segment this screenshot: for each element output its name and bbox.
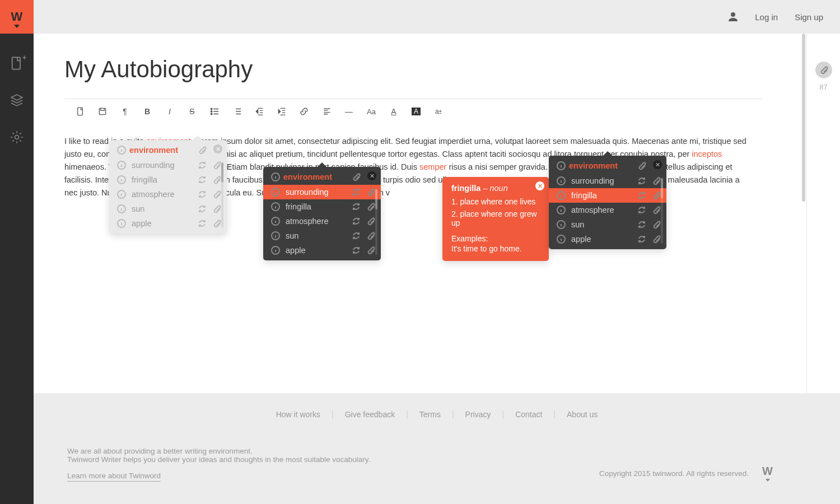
close-icon[interactable]: ✕: [213, 144, 222, 153]
footer-link-terms[interactable]: Terms: [419, 410, 441, 419]
synonym-option[interactable]: sun: [549, 217, 666, 232]
align-button[interactable]: [322, 107, 331, 116]
attach-icon[interactable]: [198, 146, 207, 155]
popover-scrollbar[interactable]: [221, 162, 223, 228]
highlight-button[interactable]: A: [412, 108, 421, 115]
link-button[interactable]: [300, 107, 309, 116]
footer-learn-link[interactable]: Learn more about Twinword: [67, 472, 161, 482]
attach-icon[interactable]: [637, 161, 646, 170]
sync-icon[interactable]: [637, 220, 646, 229]
new-file-button[interactable]: [76, 107, 85, 116]
attach-icon[interactable]: [652, 176, 661, 185]
hr-button[interactable]: —: [344, 107, 353, 116]
synonym-option[interactable]: fringilla: [263, 199, 381, 214]
synonym-option[interactable]: atmosphere: [109, 187, 227, 202]
sync-icon[interactable]: [352, 231, 361, 240]
sync-icon[interactable]: [198, 161, 207, 170]
sync-icon[interactable]: [198, 175, 207, 184]
save-button[interactable]: [98, 107, 107, 116]
new-document-button[interactable]: +: [10, 56, 24, 73]
footer-link-feedback[interactable]: Give feedback: [345, 410, 395, 419]
sync-icon[interactable]: [637, 191, 646, 200]
sync-icon[interactable]: [352, 246, 361, 255]
close-icon[interactable]: ✕: [535, 181, 544, 190]
attach-icon[interactable]: [212, 190, 221, 199]
user-icon[interactable]: [728, 11, 738, 23]
attachments-button[interactable]: [815, 62, 832, 78]
close-icon[interactable]: ✕: [367, 171, 376, 180]
bold-button[interactable]: B: [143, 107, 152, 116]
keyword-inceptos[interactable]: inceptos: [692, 150, 722, 158]
info-icon: [557, 176, 566, 185]
sync-icon[interactable]: [352, 217, 361, 226]
clear-format-button[interactable]: a±: [434, 108, 443, 115]
synonym-option[interactable]: apple: [263, 243, 381, 260]
editor-scrollbar[interactable]: [801, 34, 806, 393]
popover-scrollbar[interactable]: [375, 189, 377, 255]
synonym-option[interactable]: surrounding: [263, 185, 381, 199]
synonym-option[interactable]: atmosphere: [263, 214, 381, 228]
bullet-list-button[interactable]: [210, 107, 219, 116]
synonym-option[interactable]: surrounding: [109, 158, 227, 172]
login-link[interactable]: Log in: [755, 12, 778, 22]
synonym-option[interactable]: fringilla: [109, 172, 227, 187]
synonym-option[interactable]: apple: [109, 216, 227, 234]
attach-icon[interactable]: [366, 246, 375, 255]
synonym-option[interactable]: sun: [263, 228, 381, 243]
footer-link-how[interactable]: How it works: [276, 410, 320, 419]
footer-link-about[interactable]: About us: [567, 410, 598, 419]
synonym-option[interactable]: surrounding: [549, 174, 666, 188]
attach-icon[interactable]: [366, 231, 375, 240]
underline-button[interactable]: A: [389, 107, 398, 116]
attach-icon[interactable]: [652, 206, 661, 214]
sync-icon[interactable]: [352, 202, 361, 211]
pilcrow-button[interactable]: ¶: [120, 107, 129, 116]
keyword-semper[interactable]: semper: [419, 162, 446, 171]
settings-button[interactable]: [10, 130, 24, 147]
info-icon: [117, 190, 126, 199]
sync-icon[interactable]: [637, 176, 646, 185]
synonym-popover-light: ✕ environment surrounding fringilla atmo…: [109, 140, 227, 234]
signup-link[interactable]: Sign up: [795, 12, 823, 22]
attach-icon[interactable]: [212, 161, 221, 170]
sync-icon[interactable]: [637, 235, 646, 244]
attach-icon[interactable]: [366, 202, 375, 211]
sync-icon[interactable]: [637, 206, 646, 214]
attach-icon[interactable]: [366, 188, 375, 197]
synonym-option[interactable]: fringilla: [549, 188, 666, 203]
footer-link-contact[interactable]: Contact: [515, 410, 542, 419]
option-label: surrounding: [571, 176, 632, 185]
attach-icon[interactable]: [212, 204, 221, 213]
attach-icon[interactable]: [652, 235, 661, 244]
footer-copyright: Copyright 2015 twinword. All rights rese…: [599, 469, 749, 478]
number-list-button[interactable]: [232, 107, 241, 116]
attach-icon[interactable]: [212, 175, 221, 184]
strikethrough-button[interactable]: S: [188, 107, 197, 116]
attach-icon[interactable]: [652, 220, 661, 229]
synonym-option[interactable]: atmosphere: [549, 203, 666, 217]
documents-button[interactable]: [10, 93, 24, 110]
attach-icon[interactable]: [352, 172, 361, 181]
option-label: apple: [286, 246, 346, 255]
italic-button[interactable]: I: [165, 107, 174, 116]
attach-icon[interactable]: [652, 191, 661, 200]
outdent-button[interactable]: [277, 107, 286, 116]
right-rail: 87: [806, 34, 840, 393]
synonym-option[interactable]: apple: [549, 232, 666, 249]
popover-scrollbar[interactable]: [661, 178, 663, 244]
document-title[interactable]: My Autobiography: [64, 56, 762, 83]
brand-letter: W: [11, 11, 23, 23]
tooltip-example: It's time to go home.: [442, 243, 549, 261]
sync-icon[interactable]: [198, 204, 207, 213]
synonym-option[interactable]: sun: [109, 202, 227, 216]
sync-icon[interactable]: [352, 188, 361, 197]
font-size-button[interactable]: Aa: [367, 108, 376, 116]
indent-button[interactable]: [255, 107, 264, 116]
close-icon[interactable]: ✕: [653, 160, 662, 169]
attach-icon[interactable]: [212, 219, 221, 228]
attach-icon[interactable]: [366, 217, 375, 226]
sync-icon[interactable]: [198, 219, 207, 228]
sync-icon[interactable]: [198, 190, 207, 199]
brand-logo[interactable]: W: [0, 0, 34, 34]
footer-link-privacy[interactable]: Privacy: [465, 410, 491, 419]
